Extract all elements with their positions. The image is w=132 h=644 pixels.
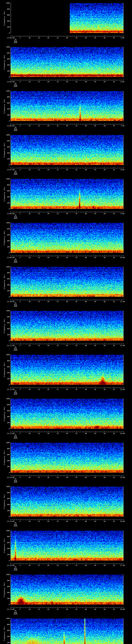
axis-tick (65, 519, 65, 520)
axis-tick (11, 282, 11, 282)
x-tick-label: 40 (85, 345, 86, 346)
axis-tick (63, 36, 64, 36)
axis-tick (20, 607, 20, 608)
x-tick-label: 25 (57, 301, 58, 302)
axis-tick (123, 338, 123, 338)
axis-tick (95, 211, 96, 212)
x-tick-label: 55 (113, 257, 115, 258)
axis-tick (56, 344, 56, 344)
axis-tick (26, 212, 26, 212)
axis-tick (123, 365, 123, 366)
axis-tick (11, 592, 12, 593)
axis-tick (122, 323, 123, 323)
spectrogram-stack: Frequency (Hz) 13:04:00 5:00 26 Aug 2015… (0, 0, 132, 644)
axis-tick (123, 387, 124, 388)
axis-tick (123, 508, 123, 508)
x-tick-label: 50 (104, 476, 106, 478)
axis-tick (123, 532, 123, 532)
axis-tick (123, 641, 123, 641)
x-end-time-label: 8:00 (121, 169, 124, 171)
axis-tick (86, 387, 86, 388)
x-tick-label: 20 (47, 169, 49, 171)
axis-tick (11, 15, 12, 15)
axis-tick (74, 124, 75, 124)
axis-tick (33, 475, 34, 476)
axis-tick (123, 339, 123, 340)
y-tick-label: 1000 (4, 310, 10, 312)
axis-tick (11, 629, 11, 629)
axis-tick (123, 578, 123, 578)
x-tick-label: 35 (76, 345, 77, 346)
axis-tick (11, 33, 12, 33)
axis-tick (122, 115, 123, 115)
x-tick-label: 40 (85, 301, 86, 302)
axis-tick (122, 329, 123, 329)
axis-tick (61, 168, 62, 168)
axis-tick (95, 35, 96, 36)
y-tick-label: 0 (4, 208, 10, 210)
axis-tick (63, 563, 64, 564)
axis-tick (11, 636, 12, 637)
axis-tick (30, 123, 30, 124)
spectrogram-image (11, 91, 123, 121)
spectrogram-image (11, 223, 123, 253)
x-tick-label: 15 (38, 345, 40, 346)
axis-tick (78, 212, 78, 212)
axis-tick (123, 590, 123, 590)
x-tick-label: 55 (113, 37, 115, 39)
axis-tick (11, 597, 11, 597)
x-tick-label: 5 (20, 388, 20, 390)
axis-tick (86, 563, 86, 564)
axis-tick (120, 36, 120, 36)
axis-tick (11, 318, 11, 318)
axis-tick (35, 168, 35, 168)
axis-tick (60, 256, 60, 256)
x-tick-label: 45 (94, 433, 96, 434)
spectrogram-panel: Frequency (Hz) 13:05:00 6:00 26 Aug 2015… (0, 44, 132, 88)
axis-tick (11, 70, 11, 70)
x-tick-label: 40 (85, 81, 86, 83)
axis-tick (122, 548, 123, 549)
axis-tick (122, 103, 123, 103)
x-tick-label: 40 (85, 169, 86, 171)
x-tick-label: 30 (66, 564, 68, 566)
axis-tick (11, 103, 12, 103)
axis-tick (108, 387, 108, 388)
axis-tick (99, 300, 99, 300)
axis-tick (123, 136, 123, 137)
axis-tick (86, 519, 86, 520)
axis-tick (28, 431, 28, 432)
axis-tick (11, 554, 12, 555)
x-tick-label: 40 (85, 213, 86, 214)
x-tick-label: 45 (94, 169, 96, 171)
axis-tick (122, 121, 123, 121)
axis-tick (123, 550, 123, 550)
y-tick-label: 400 (4, 240, 10, 242)
axis-tick (61, 80, 62, 80)
axis-tick (122, 241, 123, 241)
spectrogram-panel: Frequency (Hz) 13:08:00 9:00 26 Aug 2015… (0, 176, 132, 220)
axis-tick (11, 336, 11, 336)
axis-tick (16, 168, 16, 168)
x-tick-label: 35 (76, 81, 77, 83)
x-tick-label: 50 (104, 81, 106, 83)
axis-tick (122, 153, 123, 153)
axis-tick (95, 519, 96, 520)
axis-tick (104, 343, 105, 344)
axis-tick (11, 594, 11, 594)
axis-tick (67, 167, 67, 168)
axis-tick (123, 116, 123, 117)
axis-tick (108, 563, 108, 564)
axis-tick (35, 519, 35, 520)
axis-tick (123, 371, 123, 372)
axis-tick (11, 590, 11, 590)
axis-tick (104, 167, 105, 168)
axis-tick (11, 361, 12, 361)
axis-tick (11, 632, 11, 632)
axis-tick (101, 519, 101, 520)
x-start-time-label: 13:16:00 (7, 564, 14, 566)
y-tick-label: 1000 (4, 354, 10, 356)
axis-tick (11, 98, 11, 99)
axis-tick (11, 634, 11, 634)
x-start-time-label: 13:05:00 (7, 81, 14, 83)
